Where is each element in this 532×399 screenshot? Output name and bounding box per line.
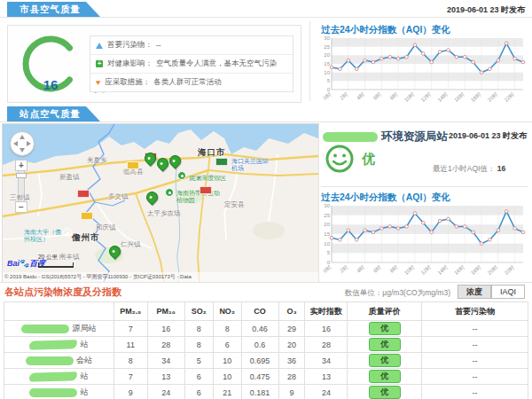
svg-text:22时: 22时 [504, 91, 516, 103]
value-cell: 0.695 [241, 353, 278, 369]
header-so2: SO₂ [184, 302, 213, 321]
recent-aqi: 最近1小时AQI值： 16 [433, 164, 505, 175]
value-cell: 10 [213, 369, 241, 385]
map-zoom-control[interactable]: + − [15, 160, 27, 213]
primary-pollutant-cell: -- [422, 385, 528, 399]
pollutant-triangle-icon [96, 43, 103, 49]
value-cell: 6 [184, 369, 213, 385]
map-label: 三都镇 [10, 193, 30, 202]
divider [0, 17, 532, 18]
map-pan-control[interactable] [10, 131, 35, 156]
svg-text:2时: 2时 [339, 264, 348, 274]
svg-text:10: 10 [324, 241, 330, 246]
svg-text:15: 15 [324, 231, 330, 237]
svg-text:30: 30 [324, 35, 330, 41]
svg-text:20时: 20时 [487, 264, 499, 276]
svg-text:5: 5 [327, 250, 331, 255]
info-label: 应采取措施： [105, 77, 150, 88]
station-name-suffix: 源局站 [72, 324, 96, 332]
svg-text:0时: 0时 [323, 264, 332, 274]
map-label: 海南大学（儋州校区） [24, 229, 65, 243]
value-cell: 0.46 [241, 321, 278, 337]
station-name-suffix: 站 [80, 372, 88, 380]
station-aqi-level: 优 [362, 151, 375, 168]
station-name-suffix: 站 [80, 340, 88, 348]
table-row: 源局站716880.462916优-- [4, 321, 528, 337]
value-cell: 16 [305, 321, 348, 337]
pan-up-icon[interactable] [20, 135, 25, 139]
city-aqi-value: 16 [29, 77, 72, 92]
svg-text:14时: 14时 [437, 91, 450, 103]
value-cell: 8 [184, 321, 213, 337]
map[interactable]: + − 海口市儋州市临高县美夏乡新盈镇三都镇多文镇南丰镇和庆镇仁兴镇太平乡农场定… [2, 123, 319, 283]
pan-right-icon[interactable] [27, 141, 31, 146]
map-label: 多文镇 [108, 192, 129, 201]
svg-text:10时: 10时 [403, 91, 416, 103]
station-chart-title: 过去24小时分指数（AQI）变化 [321, 192, 450, 204]
station-name-blur [26, 356, 74, 365]
zoom-out-button[interactable]: − [15, 201, 27, 213]
svg-text:0时: 0时 [323, 91, 332, 101]
value-cell: 7 [113, 369, 147, 385]
unit-note: 数值单位：μg/m3(CO为mg/m3) [345, 288, 450, 299]
divider [0, 282, 532, 283]
map-label: 太平乡农场 [147, 209, 181, 218]
map-poi-icon [165, 188, 174, 197]
city-aqi-panel: 16 优 首要污染物： -- + 对健康影响： 空气质量令人满意，基本无空气污染… [7, 25, 301, 103]
map-attribution: © 2019 Baidu - GS(2018)5572号 - 甲测资字11009… [3, 272, 318, 282]
header-no2: NO₂ [213, 302, 241, 321]
road-shield-icon [215, 158, 228, 166]
toggle-iaqi[interactable]: IAQI [491, 285, 525, 299]
rating-badge: 优 [369, 354, 401, 367]
svg-text:30: 30 [324, 203, 330, 208]
map-label: 美夏乡 [87, 156, 107, 165]
primary-pollutant-cell: -- [422, 321, 528, 337]
pollutant-table: PM₂.₅ PM₁₀ SO₂ NO₂ CO O₃ 实时指数 质量评价 首要污染物… [4, 301, 528, 399]
road-shield-icon [200, 186, 212, 194]
svg-text:15: 15 [324, 61, 330, 66]
primary-pollutant-cell: -- [422, 369, 528, 385]
value-cell: 29 [278, 321, 305, 337]
road-shield-icon [77, 190, 90, 198]
value-cell: 6 [184, 385, 213, 399]
value-cell: 34 [305, 353, 348, 369]
info-value: -- [156, 41, 161, 50]
value-cell: 8 [213, 321, 241, 337]
tab-city-air-quality[interactable]: 市县空气质量 [7, 2, 100, 17]
road-shield-icon [127, 161, 139, 169]
pan-down-icon[interactable] [20, 148, 25, 153]
recent-aqi-label: 最近1小时AQI值： [433, 164, 495, 173]
svg-text:18时: 18时 [470, 264, 482, 276]
pan-left-icon[interactable] [13, 141, 18, 146]
map-poi-icon [177, 171, 186, 180]
zoom-in-button[interactable]: + [15, 160, 27, 171]
tab-station-air-quality[interactable]: 站点空气质量 [7, 106, 100, 121]
station-name: 环境资源局站 [323, 129, 448, 145]
value-cell: 5 [184, 353, 213, 369]
svg-text:10: 10 [324, 70, 330, 75]
dashboard: 市县空气质量 2019-06-01 23 时发布 16 优 首要污染物： -- … [0, 0, 532, 399]
map-scale: 20 公里 [38, 254, 74, 268]
baidu-paw-icon: 🐾 [20, 259, 29, 268]
svg-text:16时: 16时 [453, 264, 466, 276]
station-publish-date: 2019-06-01 23 时发布 [449, 130, 527, 142]
svg-text:22时: 22时 [504, 264, 516, 276]
map-label: 新盈镇 [59, 173, 80, 182]
city-aqi-chart: 0510152025300时2时4时6时8时10时12时14时16时18时20时… [317, 35, 528, 105]
rating-cell: 优 [348, 337, 422, 353]
svg-text:4时: 4时 [356, 264, 365, 274]
value-cell: 10 [213, 353, 241, 369]
svg-text:8时: 8时 [389, 91, 399, 101]
station-name-cell: 源局站 [4, 321, 114, 337]
value-cell: 8 [184, 337, 213, 353]
zoom-slider-handle[interactable] [16, 173, 27, 178]
svg-text:14时: 14时 [437, 264, 450, 276]
map-label: 海口美兰国际机场 [231, 158, 269, 172]
header-quality-rating: 质量评价 [348, 302, 422, 321]
station-name-suffix: 会站 [76, 356, 92, 364]
toggle-concentration[interactable]: 浓度 [458, 285, 491, 299]
station-name-cell: 站 [4, 337, 114, 353]
svg-text:10时: 10时 [403, 264, 416, 276]
station-name-blur [29, 340, 77, 349]
svg-text:4时: 4时 [356, 91, 365, 101]
